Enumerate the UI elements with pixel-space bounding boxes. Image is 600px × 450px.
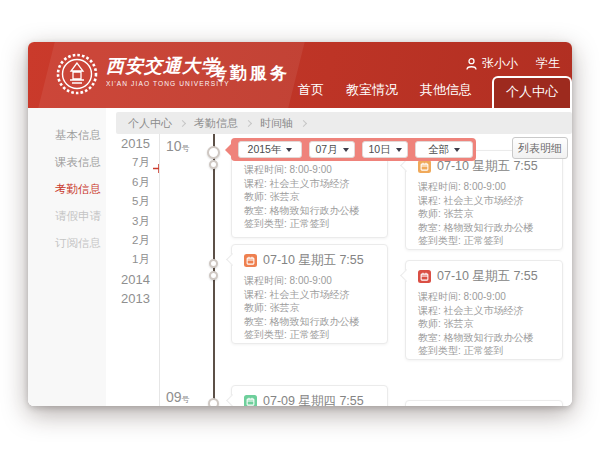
card-row-教师: 教师: 张芸京 <box>244 301 375 315</box>
timeline-node[interactable] <box>209 160 218 169</box>
card-header: 07-10 星期五 7:55 <box>244 253 375 268</box>
filter-dropdown-month-select[interactable]: 07月 <box>309 141 355 158</box>
card-header: 07-09 星期四 7:55 <box>244 394 375 406</box>
card-title: 07-10 星期五 7:55 <box>437 268 538 285</box>
card-row-课程时间: 课程时间: 8:00-9:00 <box>418 290 550 304</box>
card-row-签到类型: 签到类型: 正常签到 <box>244 217 375 231</box>
filter-dropdown-year-select[interactable]: 2015年 <box>238 141 302 158</box>
card-row-教室: 教室: 格物致知行政办公楼 <box>244 204 375 218</box>
chevron-right-icon <box>245 119 252 126</box>
user-icon <box>466 58 477 70</box>
timeline-scale-item-7月[interactable]: 7月 <box>84 153 150 172</box>
chevron-down-icon <box>396 148 402 152</box>
card-title: 07-10 星期五 7:55 <box>263 252 364 269</box>
card-row-课程时间: 课程时间: 8:00-9:00 <box>244 274 375 288</box>
nav-item-首页[interactable]: 首页 <box>298 81 324 99</box>
card-header: 07-10 星期五 7:55 <box>418 159 550 174</box>
card-row-课程: 课程: 社会主义市场经济 <box>244 288 375 302</box>
filter-bar: 2015年07月10日全部 <box>231 138 476 161</box>
calendar-icon <box>418 160 431 173</box>
timeline-scale-item-3月[interactable]: 3月 <box>84 212 150 231</box>
dropdown-value: 2015年 <box>248 143 282 157</box>
user-name: 张小小 <box>482 55 518 72</box>
timeline-node[interactable] <box>209 259 218 268</box>
timeline-node[interactable] <box>209 271 218 280</box>
university-logo-icon <box>56 53 98 95</box>
card-header: 07-10 星期五 7:55 <box>418 269 550 284</box>
nav-item-其他信息[interactable]: 其他信息 <box>420 81 472 99</box>
card-row-教室: 教室: 格物致知行政办公楼 <box>418 331 550 345</box>
attendance-card: 07-09 星期四 7:55 <box>231 385 388 406</box>
timeline-scale-item-6月[interactable]: 6月 <box>84 173 150 192</box>
breadcrumb-item-个人中心[interactable]: 个人中心 <box>128 116 172 131</box>
card-row-教室: 教室: 格物致知行政办公楼 <box>418 221 550 235</box>
timeline-day-label-09: 09号 <box>166 388 190 406</box>
nav-item-个人中心[interactable]: 个人中心 <box>492 76 572 108</box>
app-header: 西安交通大学 XI'AN JIAO TONG UNIVERSITY 考勤服务 张… <box>28 42 572 108</box>
card-row-签到类型: 签到类型: 正常签到 <box>418 344 550 358</box>
main-nav: 首页教室情况其他信息个人中心 <box>287 76 572 108</box>
timeline-separator-line <box>159 134 160 406</box>
app-title: 考勤服务 <box>210 62 290 85</box>
chevron-down-icon <box>343 148 349 152</box>
timeline-node[interactable] <box>208 398 219 406</box>
breadcrumb-item-时间轴[interactable]: 时间轴 <box>260 116 293 131</box>
card-row-教师: 教师: 张芸京 <box>244 190 375 204</box>
timeline-scale-item-2月[interactable]: 2月 <box>84 231 150 250</box>
timeline-day-label-10: 10号 <box>166 137 190 155</box>
user-role: 学生 <box>536 55 560 72</box>
timeline-scale: 20157月6月5月3月2月1月20142013 <box>84 134 150 309</box>
app-window: 西安交通大学 XI'AN JIAO TONG UNIVERSITY 考勤服务 张… <box>28 42 572 406</box>
card-row-课程时间: 课程时间: 8:00-9:00 <box>244 163 375 177</box>
list-detail-button[interactable]: 列表明细 <box>512 137 568 159</box>
card-row-教师: 教师: 张芸京 <box>418 317 550 331</box>
timeline-scale-item-2014[interactable]: 2014 <box>84 270 150 289</box>
attendance-card: 07-10 星期五 7:55课程时间: 8:00-9:00课程: 社会主义市场经… <box>405 260 563 360</box>
attendance-card <box>405 400 563 406</box>
timeline-axis-line <box>213 134 215 406</box>
user-menu[interactable]: 张小小 学生 <box>466 55 560 72</box>
card-row-签到类型: 签到类型: 正常签到 <box>244 328 375 342</box>
timeline-node[interactable] <box>207 146 220 159</box>
card-row-课程: 课程: 社会主义市场经济 <box>418 304 550 318</box>
timeline-scale-item-2013[interactable]: 2013 <box>84 289 150 308</box>
timeline-scale-item-2015[interactable]: 2015 <box>84 134 150 153</box>
timeline-scale-item-1月[interactable]: 1月 <box>84 250 150 269</box>
attendance-card: 07-10 星期五 7:55课程时间: 8:00-9:00课程: 社会主义市场经… <box>231 244 388 344</box>
filter-dropdown-type-select[interactable]: 全部 <box>415 141 473 158</box>
card-row-教师: 教师: 张芸京 <box>418 207 550 221</box>
card-row-课程: 课程: 社会主义市场经济 <box>244 177 375 191</box>
chevron-right-icon <box>300 119 307 126</box>
calendar-icon <box>418 270 431 283</box>
chevron-down-icon <box>454 148 460 152</box>
chevron-down-icon <box>286 148 292 152</box>
dropdown-value: 全部 <box>428 143 449 157</box>
chevron-right-icon <box>179 119 186 126</box>
timeline-scale-item-5月[interactable]: 5月 <box>84 192 150 211</box>
card-row-教室: 教室: 格物致知行政办公楼 <box>244 315 375 329</box>
filter-dropdown-day-select[interactable]: 10日 <box>362 141 408 158</box>
calendar-icon <box>244 395 257 406</box>
dropdown-value: 07月 <box>315 143 337 157</box>
dropdown-value: 10日 <box>368 143 390 157</box>
breadcrumb-item-考勤信息[interactable]: 考勤信息 <box>194 116 238 131</box>
breadcrumb: 个人中心考勤信息时间轴 <box>116 112 572 134</box>
nav-item-教室情况[interactable]: 教室情况 <box>346 81 398 99</box>
card-title: 07-09 星期四 7:55 <box>263 393 364 406</box>
card-row-课程: 课程: 社会主义市场经济 <box>418 194 550 208</box>
card-row-签到类型: 签到类型: 正常签到 <box>418 234 550 248</box>
page: 西安交通大学 XI'AN JIAO TONG UNIVERSITY 考勤服务 张… <box>0 0 600 450</box>
content-area: 基本信息课表信息考勤信息请假申请订阅信息 个人中心考勤信息时间轴 20157月6… <box>28 108 572 406</box>
calendar-icon <box>244 254 257 267</box>
card-row-课程时间: 课程时间: 8:00-9:00 <box>418 180 550 194</box>
attendance-card: 07-10 星期五 7:55课程时间: 8:00-9:00课程: 社会主义市场经… <box>405 150 563 250</box>
